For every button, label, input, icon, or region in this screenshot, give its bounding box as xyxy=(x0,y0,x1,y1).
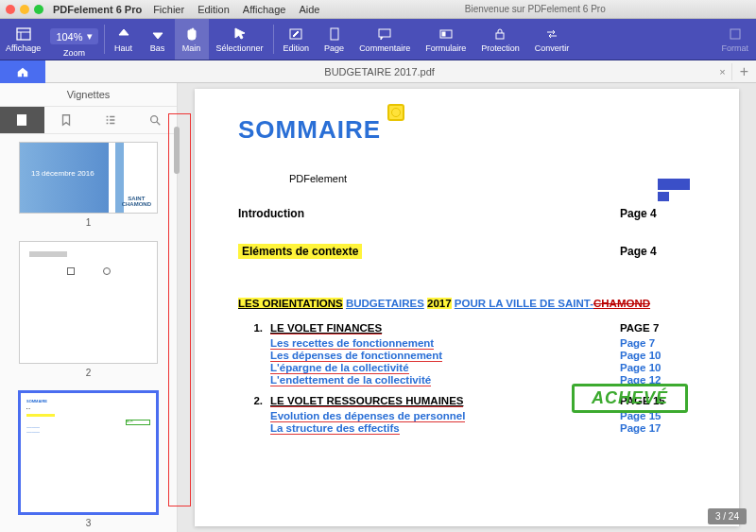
thumbnail-list[interactable]: 13 décembre 2016 SAINT CHAMOND 1 2 SOMMA… xyxy=(0,134,177,532)
view-mode-button[interactable]: Affichage xyxy=(0,19,46,60)
document-canvas[interactable]: SOMMAIRE PDFelement Introduction Page 4 … xyxy=(178,83,756,532)
menu-file[interactable]: Fichier xyxy=(153,4,184,15)
chevron-down-icon: ▾ xyxy=(87,30,93,43)
minimize-window-icon[interactable] xyxy=(20,5,29,14)
zoom-label: Zoom xyxy=(63,48,85,58)
row-intro-page: Page 4 xyxy=(620,207,696,220)
tool-up[interactable]: Haut xyxy=(107,19,141,60)
svg-point-11 xyxy=(150,116,157,123)
page-counter[interactable]: 3 / 24 xyxy=(708,508,747,524)
svg-rect-9 xyxy=(730,29,740,39)
menu-edit[interactable]: Edition xyxy=(198,4,230,15)
menu-help[interactable]: Aide xyxy=(299,4,319,15)
zoom-window-icon[interactable] xyxy=(34,5,43,14)
thumbnail-3[interactable]: SOMMAIRE ▪ ▪ ACH ───── ───── xyxy=(19,391,158,514)
pdfelement-text: PDFelement xyxy=(289,173,347,184)
row-intro-label: Introduction xyxy=(238,207,620,220)
sticky-note-icon[interactable] xyxy=(387,104,404,121)
home-tab[interactable] xyxy=(0,60,45,83)
tab-bar: BUDGETAIRE 2017.pdf × + xyxy=(0,60,756,83)
nav-search-icon[interactable] xyxy=(132,107,177,133)
svg-rect-10 xyxy=(18,115,26,126)
close-tab-icon[interactable]: × xyxy=(713,66,730,77)
section-2-title: LE VOLET RESSOURCES HUMAINES xyxy=(270,395,620,406)
svg-rect-4 xyxy=(331,28,338,40)
thumbnail-2-number: 2 xyxy=(19,368,158,378)
orientations-heading: LES ORIENTATIONS BUDGETAIRES 2017 POUR L… xyxy=(238,298,696,309)
document-page: SOMMAIRE PDFelement Introduction Page 4 … xyxy=(195,89,739,526)
toc-sub-item[interactable]: Les dépenses de fonctionnementPage 10 xyxy=(238,350,696,361)
thumbnail-3-number: 3 xyxy=(19,518,158,528)
app-title: PDFelement 6 Pro xyxy=(53,4,142,15)
svg-rect-8 xyxy=(496,33,504,39)
view-label: Affichage xyxy=(6,43,41,53)
thumbnail-1-number: 1 xyxy=(19,217,158,228)
toc-sub-item[interactable]: L'épargne de la collectivitéPage 10 xyxy=(238,362,696,373)
svg-rect-0 xyxy=(17,28,30,40)
heading-sommaire: SOMMAIRE xyxy=(238,115,696,145)
sidebar-title: Vignettes xyxy=(0,83,177,107)
tool-comment[interactable]: Commentaire xyxy=(352,19,418,60)
titlebar: PDFelement 6 Pro Fichier Edition Afficha… xyxy=(0,0,756,19)
tool-select[interactable]: Sélectionner xyxy=(209,19,271,60)
toc-sub-item[interactable]: Les recettes de fonctionnementPage 7 xyxy=(238,337,696,349)
section-1-title: LE VOLET FINANCES xyxy=(270,322,620,334)
tool-protect[interactable]: Protection xyxy=(473,19,527,60)
nav-bookmarks-icon[interactable] xyxy=(44,107,89,133)
sidebar-scrollbar-thumb[interactable] xyxy=(174,127,180,174)
tool-format: Format xyxy=(713,19,756,60)
svg-rect-5 xyxy=(379,29,390,37)
new-tab-icon[interactable]: + xyxy=(731,63,756,80)
thumbnail-2[interactable] xyxy=(19,241,158,364)
zoom-dropdown[interactable]: 104% ▾ xyxy=(50,28,97,44)
toolbar: Affichage 104% ▾ Zoom Haut Bas Main Séle… xyxy=(0,19,756,60)
sidebar: Vignettes 13 décembre 2016 SAINT CHAMOND… xyxy=(0,83,178,532)
tool-edit[interactable]: Edition xyxy=(276,19,318,60)
nav-outline-icon[interactable] xyxy=(89,107,133,133)
zoom-value: 104% xyxy=(56,31,82,43)
row-context-label: Eléments de contexte xyxy=(238,244,362,259)
window-controls[interactable] xyxy=(6,5,43,14)
sidebar-nav xyxy=(0,107,177,134)
tool-page[interactable]: Page xyxy=(317,19,352,60)
nav-thumbnails-icon[interactable] xyxy=(0,107,44,133)
tool-convert[interactable]: Convertir xyxy=(527,19,577,60)
stamp-acheve: ACHEVÉ xyxy=(572,384,688,413)
tool-down[interactable]: Bas xyxy=(141,19,175,60)
thumbnail-1[interactable]: 13 décembre 2016 SAINT CHAMOND xyxy=(19,142,158,214)
menu-view[interactable]: Affichage xyxy=(243,4,286,15)
menu-bar: Fichier Edition Affichage Aide xyxy=(153,4,319,15)
welcome-text: Bienvenue sur PDFelement 6 Pro xyxy=(465,4,606,14)
svg-rect-7 xyxy=(442,32,445,36)
row-context-page: Page 4 xyxy=(620,245,696,258)
close-window-icon[interactable] xyxy=(6,5,15,14)
toc-sub-item[interactable]: La structure des effectifsPage 17 xyxy=(238,422,696,434)
document-tab-title[interactable]: BUDGETAIRE 2017.pdf xyxy=(45,66,713,77)
tool-hand[interactable]: Main xyxy=(175,19,209,60)
tool-form[interactable]: Formulaire xyxy=(418,19,473,60)
